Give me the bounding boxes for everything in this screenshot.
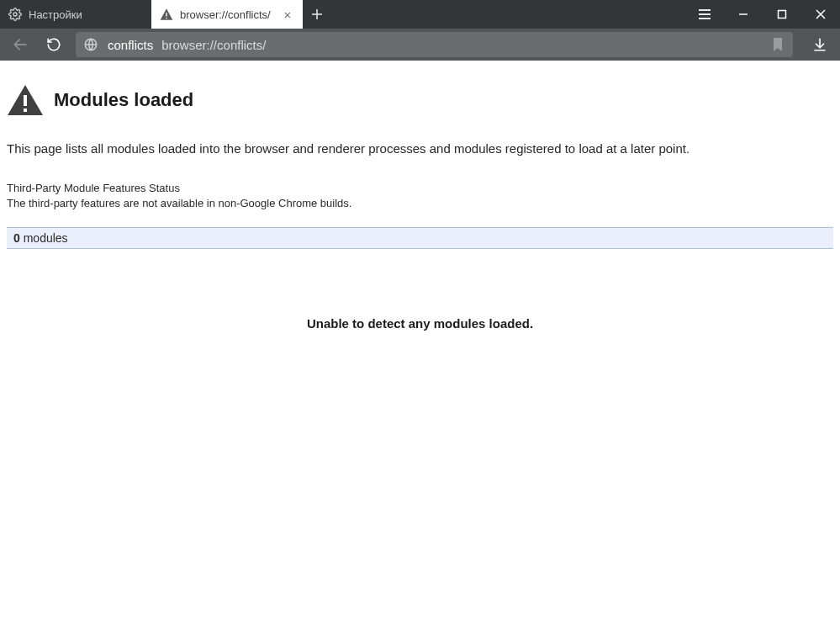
page-content: Modules loaded This page lists all modul… — [0, 61, 840, 337]
tab-label: Настройки — [29, 8, 143, 21]
page-title: Modules loaded — [54, 89, 193, 111]
toolbar: conflicts browser://conflicts/ — [0, 29, 840, 61]
status-heading: Third-Party Module Features Status — [7, 181, 833, 196]
third-party-status: Third-Party Module Features Status The t… — [7, 181, 833, 210]
address-url: browser://conflicts/ — [161, 38, 761, 52]
address-bar[interactable]: conflicts browser://conflicts/ — [76, 32, 793, 57]
svg-rect-1 — [166, 13, 166, 17]
gear-icon — [8, 8, 22, 21]
modules-count-bar: 0 modules — [7, 227, 833, 249]
modules-count: 0 — [13, 231, 20, 245]
bookmark-icon[interactable] — [769, 36, 786, 53]
site-identity-icon[interactable] — [82, 36, 99, 53]
menu-button[interactable] — [685, 0, 724, 29]
page-header: Modules loaded — [7, 84, 833, 116]
minimize-button[interactable] — [724, 0, 763, 29]
modules-label: modules — [20, 231, 68, 245]
svg-point-0 — [13, 13, 17, 16]
new-tab-button[interactable] — [303, 0, 331, 29]
window-controls — [685, 0, 840, 29]
warning-icon — [160, 8, 173, 21]
address-site-name: conflicts — [108, 38, 153, 52]
svg-rect-16 — [24, 95, 27, 106]
tab-settings[interactable]: Настройки — [0, 0, 151, 29]
warning-icon — [7, 84, 44, 116]
titlebar: Настройки browser://conflicts/ × — [0, 0, 840, 29]
reload-button[interactable] — [42, 33, 66, 56]
svg-rect-2 — [166, 18, 166, 19]
tab-conflicts[interactable]: browser://conflicts/ × — [151, 0, 303, 29]
tab-label: browser://conflicts/ — [180, 8, 274, 21]
downloads-button[interactable] — [808, 33, 832, 56]
maximize-button[interactable] — [763, 0, 801, 29]
no-modules-message: Unable to detect any modules loaded. — [7, 316, 833, 331]
page-description: This page lists all modules loaded into … — [7, 141, 833, 156]
close-window-button[interactable] — [801, 0, 840, 29]
close-icon[interactable]: × — [281, 8, 294, 21]
svg-rect-17 — [24, 109, 27, 112]
status-text: The third-party features are not availab… — [7, 196, 833, 211]
back-button[interactable] — [8, 33, 32, 56]
svg-rect-9 — [779, 11, 786, 19]
